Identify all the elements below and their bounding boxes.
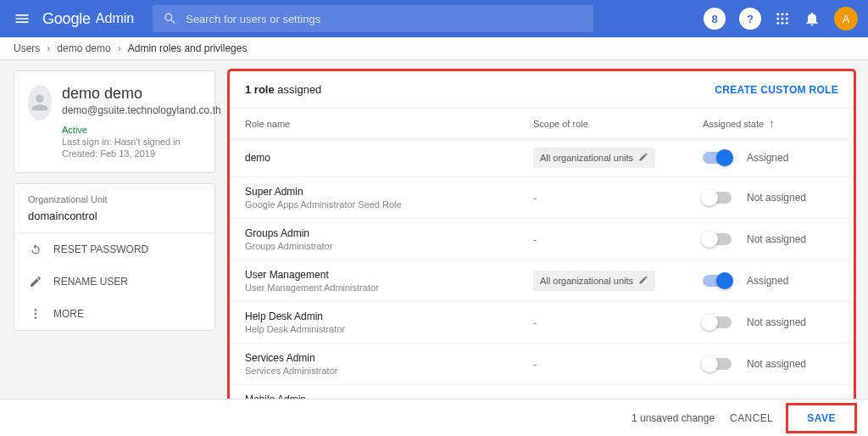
- rename-user-label: RENAME USER: [53, 276, 128, 288]
- user-created: Created: Feb 13, 2019: [62, 148, 221, 159]
- svg-point-7: [782, 22, 784, 25]
- role-name: Help Desk Admin: [245, 310, 533, 322]
- assigned-toggle[interactable]: [703, 152, 732, 164]
- assigned-state-text: Not assigned: [747, 358, 806, 370]
- scope-text: All organizational units: [540, 153, 633, 163]
- org-unit-value: domaincontrol: [28, 210, 201, 222]
- col-assigned-state[interactable]: Assigned state ↑: [703, 117, 838, 130]
- org-card: Organizational Unit domaincontrol RESET …: [14, 183, 215, 331]
- rename-user-button[interactable]: RENAME USER: [14, 266, 214, 298]
- assigned-state-text: Assigned: [747, 152, 788, 164]
- assigned-state-text: Assigned: [747, 275, 788, 287]
- role-name: demo: [245, 152, 533, 164]
- svg-point-0: [776, 13, 779, 15]
- assigned-toggle[interactable]: [703, 316, 732, 328]
- scope-chip[interactable]: All organizational units: [533, 271, 655, 291]
- assigned-toggle[interactable]: [703, 233, 732, 245]
- role-name: Services Admin: [245, 352, 533, 364]
- roles-assigned-suffix: assigned: [275, 83, 322, 96]
- create-custom-role-button[interactable]: CREATE CUSTOM ROLE: [715, 84, 838, 96]
- scope-dash: -: [533, 192, 537, 204]
- svg-point-8: [786, 22, 788, 25]
- scope-chip[interactable]: All organizational units: [533, 148, 655, 168]
- col-role-name[interactable]: Role name: [245, 119, 533, 129]
- role-desc: Services Administrator: [245, 366, 533, 376]
- save-button[interactable]: SAVE: [788, 405, 854, 431]
- user-last-signin: Last sign in: Hasn't signed in: [62, 137, 221, 147]
- logo-text: Google: [42, 10, 91, 28]
- assigned-state-text: Not assigned: [747, 233, 806, 245]
- org-unit-label: Organizational Unit: [28, 194, 201, 204]
- main-content: demo demo demo@gsuite.technologyland.co.…: [0, 60, 868, 436]
- role-row[interactable]: Super AdminGoogle Apps Administrator See…: [230, 177, 854, 219]
- role-name: Super Admin: [245, 186, 533, 198]
- account-avatar[interactable]: A: [834, 7, 858, 31]
- right-panel: 1 role assigned CREATE CUSTOM ROLE Role …: [229, 70, 854, 436]
- role-desc: Help Desk Administrator: [245, 324, 533, 334]
- svg-point-1: [782, 13, 784, 15]
- role-desc: Groups Administrator: [245, 241, 533, 251]
- role-row[interactable]: Groups AdminGroups Administrator-Not ass…: [230, 219, 854, 260]
- sort-arrow-up-icon: ↑: [769, 117, 775, 130]
- roles-count-bold: 1 role: [245, 83, 275, 96]
- breadcrumb-link-user[interactable]: demo demo: [57, 42, 110, 54]
- left-panel: demo demo demo@gsuite.technologyland.co.…: [14, 70, 215, 436]
- breadcrumb-current: Admin roles and privileges: [128, 42, 248, 54]
- bell-icon[interactable]: [804, 10, 821, 27]
- pencil-icon: [638, 152, 648, 164]
- user-name: demo demo: [62, 85, 221, 103]
- svg-point-11: [35, 316, 37, 319]
- assigned-toggle[interactable]: [703, 192, 732, 204]
- user-avatar-icon: [28, 85, 52, 120]
- footer-bar: 1 unsaved change CANCEL SAVE: [0, 399, 868, 436]
- assigned-toggle[interactable]: [703, 275, 732, 287]
- roles-card: 1 role assigned CREATE CUSTOM ROLE Role …: [229, 70, 854, 436]
- scope-dash: -: [533, 233, 537, 246]
- user-card: demo demo demo@gsuite.technologyland.co.…: [14, 70, 215, 173]
- role-desc: Google Apps Administrator Seed Role: [245, 199, 533, 210]
- svg-point-3: [776, 18, 779, 20]
- notifications-count[interactable]: 8: [704, 8, 726, 30]
- role-row[interactable]: User ManagementUser Management Administr…: [230, 260, 854, 302]
- logo-subtext: Admin: [96, 11, 134, 26]
- role-row[interactable]: Services AdminServices Administrator-Not…: [230, 344, 854, 385]
- breadcrumb-sep: ›: [118, 42, 121, 54]
- scope-dash: -: [533, 358, 537, 371]
- role-name: User Management: [245, 269, 533, 281]
- assigned-state-text: Not assigned: [747, 316, 806, 328]
- logo[interactable]: Google Admin: [42, 10, 134, 28]
- breadcrumb-sep: ›: [47, 42, 50, 54]
- assigned-toggle[interactable]: [703, 358, 732, 370]
- role-desc: User Management Administrator: [245, 282, 533, 293]
- app-header: Google Admin 8 ? A: [0, 0, 868, 37]
- header-actions: 8 ? A: [704, 7, 858, 31]
- col-scope[interactable]: Scope of role: [533, 119, 703, 129]
- roles-assigned-count: 1 role assigned: [245, 83, 321, 96]
- svg-point-5: [786, 18, 788, 20]
- svg-point-9: [35, 309, 37, 311]
- reset-icon: [28, 242, 43, 257]
- menu-icon[interactable]: [10, 7, 34, 31]
- assigned-state-text: Not assigned: [747, 192, 806, 204]
- search-bar[interactable]: [153, 5, 593, 32]
- scope-text: All organizational units: [540, 276, 633, 286]
- pencil-icon: [638, 275, 648, 287]
- role-row[interactable]: Help Desk AdminHelp Desk Administrator-N…: [230, 302, 854, 344]
- reset-password-label: RESET PASSWORD: [53, 243, 148, 255]
- role-name: Groups Admin: [245, 227, 533, 239]
- search-icon: [163, 11, 177, 26]
- apps-icon[interactable]: [775, 11, 790, 26]
- help-icon[interactable]: ?: [739, 8, 761, 30]
- more-icon: [28, 306, 43, 321]
- role-row[interactable]: demoAll organizational unitsAssigned: [230, 139, 854, 177]
- svg-point-2: [786, 13, 788, 15]
- svg-point-6: [776, 22, 779, 25]
- reset-password-button[interactable]: RESET PASSWORD: [14, 233, 214, 266]
- more-button[interactable]: MORE: [14, 298, 214, 330]
- cancel-button[interactable]: CANCEL: [730, 412, 773, 424]
- col-state-label: Assigned state: [703, 119, 764, 129]
- breadcrumb-link-users[interactable]: Users: [14, 42, 40, 54]
- svg-point-10: [35, 313, 37, 316]
- roles-table-body: demoAll organizational unitsAssignedSupe…: [230, 139, 854, 436]
- search-input[interactable]: [186, 13, 583, 25]
